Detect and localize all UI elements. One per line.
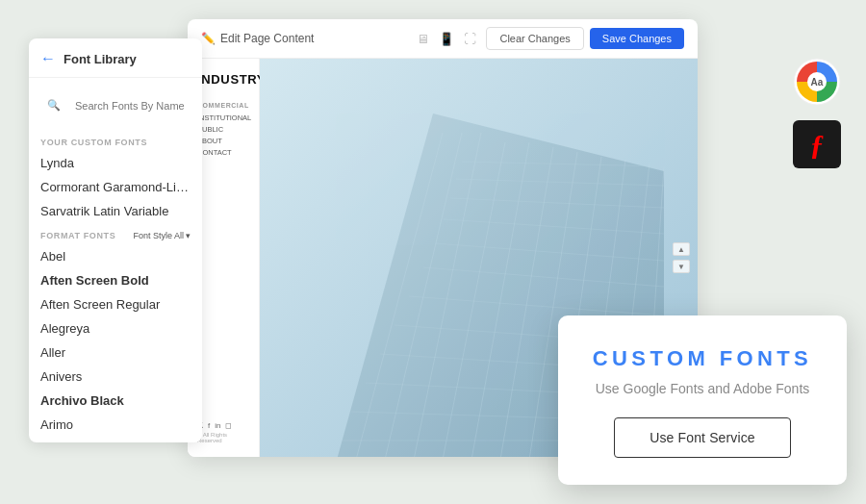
custom-fonts-title: CUSTOM FONTS [589,346,816,371]
nav-link-public[interactable]: PUBLIC [197,125,249,134]
nav-link-about[interactable]: ABOUT [197,137,249,145]
google-fonts-icon[interactable]: Aa [793,58,841,106]
font-item-lynda[interactable]: Lynda [29,151,202,175]
font-item-abel[interactable]: Abel [29,244,202,268]
site-logo: INDUSTRY [197,72,249,87]
sidebar-title: Font Library [64,52,137,66]
font-item-aller[interactable]: Aller [29,340,202,365]
font-library-sidebar: ← Font Library 🔍 YOUR CUSTOM FONTS Lynda… [29,38,202,442]
scroll-up-btn[interactable]: ▲ [673,242,690,256]
font-item-aften-bold[interactable]: Aften Screen Bold [29,268,202,292]
nav-section-label: COMMERCIAL [197,102,249,109]
use-font-service-button[interactable]: Use Font Service [614,417,791,458]
topbar-icons: 🖥 📱 ⛶ [417,32,476,46]
footer-social-icons: 𝕏 f in ◻ [197,421,249,430]
expand-icon[interactable]: ⛶ [464,32,476,46]
custom-fonts-card: CUSTOM FONTS Use Google Fonts and Adobe … [558,315,847,485]
nav-link-contact[interactable]: CONTACT [197,148,249,157]
format-section: FORMAT FONTS Font Style All ▾ [29,227,202,244]
font-item-arimo[interactable]: Arimo [29,413,202,435]
linkedin-icon: in [215,421,220,430]
edit-label: Edit Page Content [220,32,417,45]
font-style-label: Font Style [133,231,172,240]
font-item-sarvatrik[interactable]: Sarvatrik Latin Variable [29,199,202,223]
adobe-f-letter: ƒ [810,128,825,161]
save-changes-button[interactable]: Save Changes [590,28,684,49]
clear-changes-button[interactable]: Clear Changes [486,27,583,50]
monitor-icon[interactable]: 🖥 [417,32,429,46]
font-item-alegreya[interactable]: Alegreya [29,316,202,340]
custom-fonts-subtitle: Use Google Fonts and Adobe Fonts [589,381,816,396]
font-item-aften-regular[interactable]: Aften Screen Regular [29,292,202,316]
font-style-value: All [174,231,184,240]
custom-fonts-label: YOUR CUSTOM FONTS [29,132,202,151]
nav-link-institutional[interactable]: INSTITUTIONAL [197,113,249,122]
chevron-down-icon: ▾ [186,231,191,240]
adobe-fonts-icon[interactable]: ƒ [793,120,841,168]
google-fonts-svg: Aa [793,58,841,106]
editor-topbar: ✏️ Edit Page Content 🖥 📱 ⛶ Clear Changes… [188,19,698,59]
instagram-icon: ◻ [225,421,232,430]
edit-icon: ✏️ [201,32,216,45]
facebook-icon: f [208,421,210,430]
tablet-icon[interactable]: 📱 [439,32,454,46]
search-wrapper: 🔍 [40,86,191,124]
format-header: FORMAT FONTS Font Style All ▾ [29,227,202,244]
svg-text:Aa: Aa [811,77,824,88]
font-item-archivo-black[interactable]: Archivo Black [29,389,202,413]
sidebar-header: ← Font Library [29,50,202,78]
format-fonts-label: FORMAT FONTS [40,231,115,240]
scroll-arrows: ▲ ▼ [673,242,690,273]
back-arrow-icon[interactable]: ← [40,50,56,67]
footer-copyright: © All Rights Reserved [197,432,249,443]
font-item-anivers[interactable]: Anivers [29,365,202,389]
font-style-dropdown[interactable]: Font Style All ▾ [133,231,191,240]
search-input[interactable] [52,95,202,116]
scroll-down-btn[interactable]: ▼ [673,260,690,273]
font-list: YOUR CUSTOM FONTS Lynda Cormorant Garamo… [29,132,202,435]
font-item-cormorant[interactable]: Cormorant Garamond-Light [29,175,202,199]
